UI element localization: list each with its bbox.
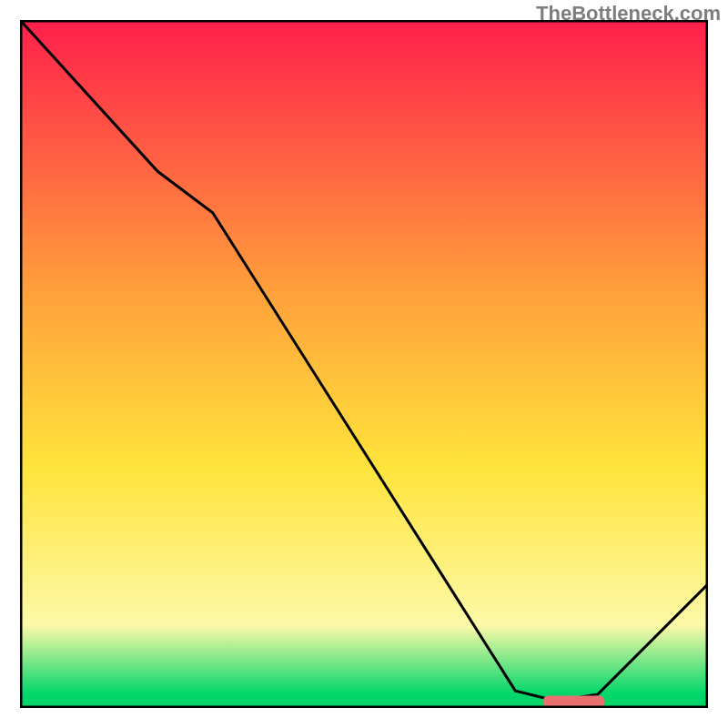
- plot-frame: [20, 20, 708, 708]
- plot-svg: [20, 20, 708, 708]
- chart-container: TheBottleneck.com: [0, 0, 728, 728]
- optimal-marker: [543, 695, 605, 707]
- attribution-text: TheBottleneck.com: [536, 2, 721, 25]
- gradient-background: [20, 20, 708, 708]
